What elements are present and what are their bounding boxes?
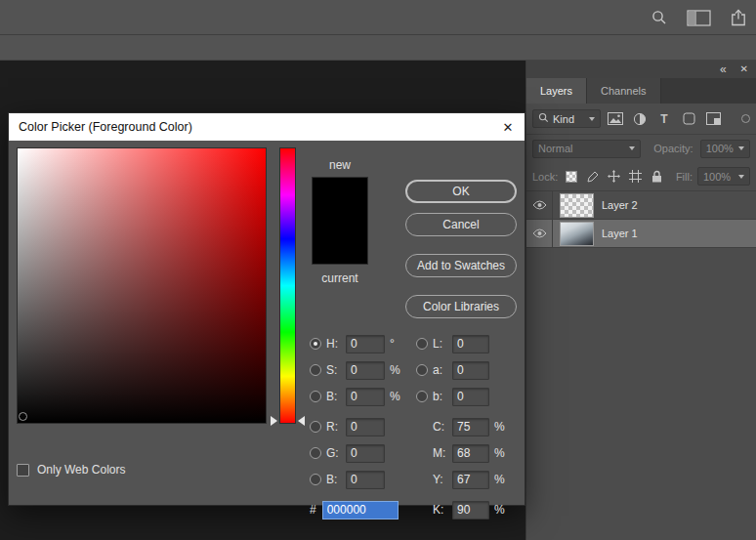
- dialog-titlebar[interactable]: Color Picker (Foreground Color) ✕: [9, 113, 525, 141]
- filter-shape-layers-icon[interactable]: [679, 109, 698, 129]
- new-color-swatch: [313, 178, 367, 221]
- lab-a-label: a:: [433, 363, 447, 377]
- layer-row-layer2[interactable]: Layer 2: [526, 191, 756, 220]
- layer-name[interactable]: Layer 2: [602, 199, 638, 211]
- green-field-row: G:: [310, 443, 385, 463]
- brightness-unit: %: [390, 390, 401, 403]
- eye-icon: [532, 200, 547, 210]
- filter-smart-objects-icon[interactable]: [703, 109, 723, 129]
- panel-close-icon[interactable]: ✕: [740, 64, 748, 74]
- yellow-unit: %: [494, 473, 506, 486]
- lock-image-icon[interactable]: [584, 168, 601, 186]
- filter-pixel-layers-icon[interactable]: [606, 109, 625, 129]
- hex-input[interactable]: [322, 501, 399, 519]
- lab-b-label: b:: [433, 390, 447, 403]
- fill-value: 100%: [703, 171, 731, 183]
- layer-row-layer1[interactable]: Layer 1: [526, 220, 756, 248]
- filter-kind-dropdown[interactable]: Kind: [532, 109, 601, 128]
- filter-adjustment-layers-icon[interactable]: [630, 109, 650, 129]
- red-radio[interactable]: [310, 421, 321, 433]
- layer-name[interactable]: Layer 1: [602, 228, 638, 239]
- saturation-label: S:: [326, 363, 341, 377]
- layer-thumbnail[interactable]: [560, 193, 594, 218]
- share-icon[interactable]: [731, 9, 746, 26]
- close-icon[interactable]: ✕: [491, 113, 525, 141]
- saturation-radio[interactable]: [310, 364, 321, 376]
- saturation-unit: %: [390, 363, 401, 377]
- opacity-dropdown[interactable]: 100%: [700, 140, 750, 158]
- layers-list: Layer 2 Layer 1: [526, 191, 756, 248]
- filter-toggle-icon[interactable]: [741, 114, 750, 123]
- cyan-label: C:: [433, 420, 447, 434]
- panel-header-bar: « ✕: [526, 61, 756, 78]
- add-to-swatches-button[interactable]: Add to Swatches: [405, 254, 517, 277]
- brightness-field-row: B: %: [310, 387, 401, 406]
- fill-label: Fill:: [676, 171, 693, 183]
- opacity-label: Opacity:: [653, 143, 693, 154]
- current-color-label: current: [312, 271, 368, 285]
- blend-mode-dropdown[interactable]: Normal: [532, 140, 641, 158]
- lab-b-radio[interactable]: [416, 391, 428, 402]
- filter-type-layers-icon[interactable]: T: [654, 109, 674, 129]
- color-field-cursor[interactable]: [19, 412, 27, 421]
- panel-collapse-icon[interactable]: «: [720, 63, 727, 75]
- brightness-input[interactable]: [346, 388, 385, 406]
- search-icon: [538, 112, 549, 125]
- saturation-input[interactable]: [346, 361, 385, 380]
- current-color-swatch[interactable]: [313, 221, 367, 264]
- lab-l-field-row: L:: [416, 334, 489, 353]
- saturation-brightness-field[interactable]: [17, 147, 267, 424]
- lab-l-input[interactable]: [452, 335, 489, 353]
- black-input[interactable]: [452, 501, 489, 519]
- green-radio[interactable]: [310, 447, 321, 459]
- cyan-unit: %: [494, 420, 506, 434]
- lab-l-radio[interactable]: [416, 338, 428, 350]
- brightness-radio[interactable]: [310, 391, 321, 402]
- green-label: G:: [326, 446, 341, 460]
- cancel-button[interactable]: Cancel: [405, 213, 517, 236]
- fill-dropdown[interactable]: 100%: [697, 167, 750, 186]
- lock-artboard-icon[interactable]: [627, 168, 644, 186]
- red-input[interactable]: [346, 418, 385, 436]
- color-swatch: [312, 177, 368, 265]
- workspace-switcher-icon[interactable]: [687, 10, 711, 26]
- cyan-input[interactable]: [452, 418, 489, 436]
- only-web-colors-checkbox[interactable]: [17, 464, 29, 477]
- hue-unit: °: [390, 337, 401, 351]
- hue-slider[interactable]: [279, 147, 296, 424]
- chevron-down-icon: [589, 117, 595, 121]
- magenta-input[interactable]: [452, 444, 489, 463]
- tab-layers[interactable]: Layers: [526, 78, 587, 104]
- color-libraries-button[interactable]: Color Libraries: [405, 295, 517, 318]
- ok-button[interactable]: OK: [405, 180, 517, 203]
- lab-a-radio[interactable]: [416, 364, 428, 376]
- visibility-toggle[interactable]: [526, 191, 553, 219]
- lock-position-icon[interactable]: [606, 168, 622, 186]
- lab-a-input[interactable]: [452, 361, 489, 380]
- lock-transparency-icon[interactable]: [563, 168, 579, 186]
- blue-input[interactable]: [346, 471, 385, 489]
- hue-slider-right-arrow[interactable]: [298, 416, 305, 426]
- layers-panel: « ✕ Layers Channels Kind T: [525, 61, 756, 540]
- lab-b-field-row: b:: [416, 387, 489, 406]
- blend-mode-row: Normal Opacity: 100%: [526, 135, 756, 162]
- lab-b-input[interactable]: [452, 388, 489, 406]
- blue-radio[interactable]: [310, 474, 321, 485]
- green-input[interactable]: [346, 444, 385, 463]
- filter-kind-label: Kind: [553, 113, 574, 125]
- visibility-toggle[interactable]: [526, 220, 553, 247]
- lab-a-field-row: a:: [416, 360, 489, 380]
- yellow-label: Y:: [433, 473, 447, 486]
- chevron-down-icon: [738, 146, 744, 150]
- hue-radio[interactable]: [310, 338, 321, 350]
- hue-slider-left-arrow[interactable]: [271, 416, 277, 426]
- yellow-input[interactable]: [452, 471, 489, 489]
- search-icon[interactable]: [651, 10, 667, 25]
- layer-thumbnail[interactable]: [560, 222, 594, 246]
- magenta-unit: %: [494, 446, 506, 460]
- dialog-title: Color Picker (Foreground Color): [19, 120, 491, 134]
- lock-all-icon[interactable]: [649, 168, 665, 186]
- topbar-icons: [651, 9, 746, 26]
- hue-input[interactable]: [346, 335, 385, 353]
- tab-channels[interactable]: Channels: [587, 78, 660, 104]
